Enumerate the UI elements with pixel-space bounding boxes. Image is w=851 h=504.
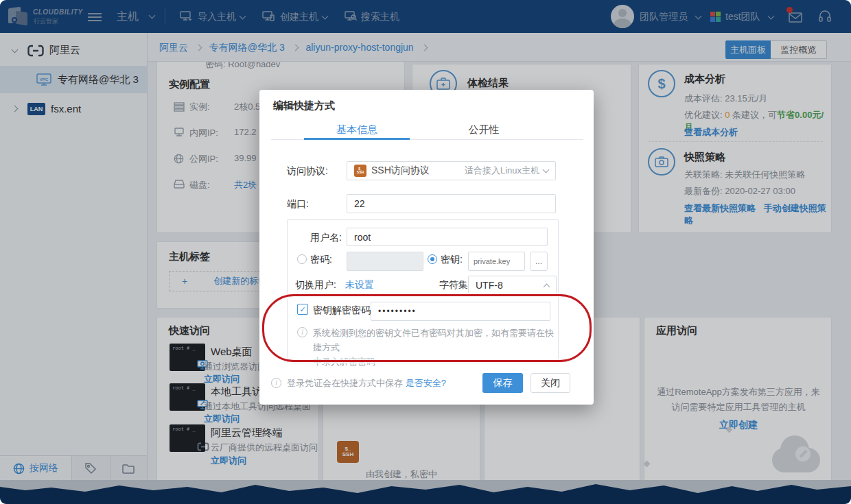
save-button[interactable]: 保存	[482, 373, 523, 393]
ssh-icon-label: SSH	[357, 171, 364, 175]
info-icon: i	[271, 378, 281, 388]
protocol-hint: 适合接入Linux主机	[465, 165, 539, 177]
tab-basic-info[interactable]: 基本信息	[304, 123, 410, 136]
red-annotation-oval	[262, 294, 592, 362]
protocol-value: SSH访问协议	[371, 165, 430, 177]
browse-key-button[interactable]: ...	[530, 252, 548, 271]
app-window: 密码: Root@hadev 实例配置 实例: 2核0.5 内网IP: 172.…	[0, 0, 851, 504]
key-radio[interactable]	[428, 254, 437, 264]
tab-publicity[interactable]: 公开性	[431, 123, 537, 136]
charset-value: UTF-8	[476, 280, 503, 291]
charset-label: 字符集:	[439, 279, 471, 291]
ssh-protocol-icon: $_ SSH	[354, 165, 366, 177]
key-file-input[interactable]	[468, 252, 525, 271]
footer-note: 登录凭证会在快捷方式中保存 是否安全?	[287, 377, 446, 389]
password-input-disabled	[347, 252, 423, 271]
username-label: 用户名:	[295, 232, 342, 244]
close-button[interactable]: 关闭	[531, 373, 570, 393]
protocol-select[interactable]: $_ SSH SSH访问协议 适合接入Linux主机	[347, 161, 556, 180]
password-label: 密码:	[310, 254, 332, 266]
protocol-label: 访问协议:	[287, 165, 328, 178]
footer-note-text: 登录凭证会在快捷方式中保存	[287, 378, 403, 388]
port-label: 端口:	[287, 198, 309, 211]
key-label: 密钥:	[441, 254, 463, 266]
switch-user-value-link[interactable]: 未设置	[345, 279, 374, 291]
chevron-up-icon	[544, 283, 550, 290]
chevron-down-icon	[543, 167, 550, 173]
password-radio[interactable]	[297, 254, 307, 264]
charset-select[interactable]: UTF-8	[468, 276, 557, 295]
username-input[interactable]: root	[347, 228, 548, 246]
info-glyph: i	[275, 379, 277, 387]
active-tab-underline	[304, 138, 410, 140]
switch-user-label: 切换用户:	[295, 279, 336, 291]
port-input[interactable]: 22	[347, 194, 556, 213]
modal-title: 编辑快捷方式	[273, 99, 335, 112]
is-it-safe-link[interactable]: 是否安全?	[406, 378, 446, 388]
